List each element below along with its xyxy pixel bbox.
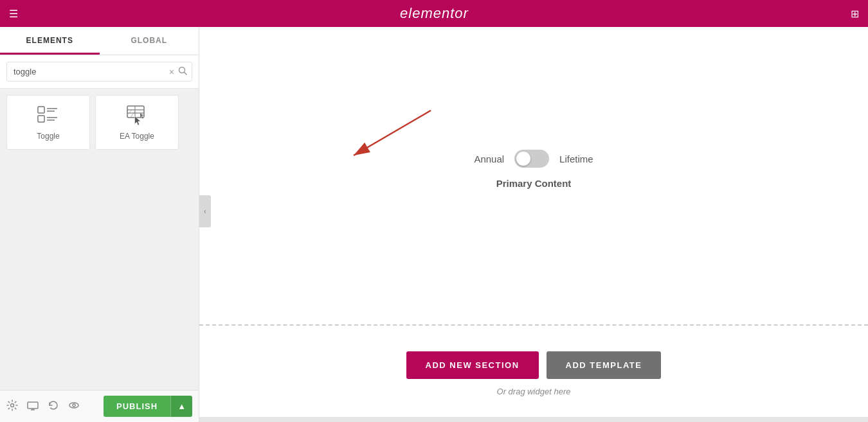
toggle-icon: [37, 104, 60, 127]
grid-icon[interactable]: ⊞: [851, 8, 859, 20]
bottom-scrollbar[interactable]: [199, 417, 868, 422]
svg-rect-2: [38, 107, 44, 113]
toggle-section: Annual Lifetime Primary Content: [199, 27, 868, 324]
responsive-icon[interactable]: [27, 400, 39, 414]
add-buttons-row: ADD NEW SECTION ADD TEMPLATE: [406, 351, 662, 379]
add-template-button[interactable]: ADD TEMPLATE: [547, 351, 662, 379]
add-section-area: ADD NEW SECTION ADD TEMPLATE Or drag wid…: [199, 326, 868, 422]
hamburger-icon[interactable]: ☰: [9, 8, 18, 20]
sidebar-empty-space: [0, 156, 199, 390]
elementor-logo: elementor: [400, 5, 469, 22]
collapse-handle[interactable]: ‹: [199, 195, 211, 227]
main-layout: ELEMENTS GLOBAL ×: [0, 27, 868, 422]
search-box: ×: [0, 55, 199, 89]
widget-toggle[interactable]: Toggle: [6, 95, 90, 150]
svg-point-21: [73, 404, 75, 407]
publish-button[interactable]: PUBLISH: [104, 396, 170, 417]
eye-icon[interactable]: [68, 400, 80, 414]
primary-content-label: Primary Content: [496, 178, 572, 189]
svg-point-16: [11, 403, 14, 407]
sidebar: ELEMENTS GLOBAL ×: [0, 27, 199, 422]
publish-dropdown-button[interactable]: ▲: [170, 396, 192, 417]
chevron-left-icon: ‹: [204, 207, 206, 216]
add-new-section-button[interactable]: ADD NEW SECTION: [406, 351, 539, 379]
drag-hint-text: Or drag widget here: [497, 387, 571, 396]
widgets-grid: Toggle: [0, 89, 199, 156]
svg-point-20: [69, 403, 78, 408]
svg-rect-5: [38, 116, 44, 122]
svg-rect-17: [28, 402, 38, 409]
canvas-area: Annual Lifetime Primary Content ADD NEW …: [199, 27, 868, 422]
toggle-label: Toggle: [37, 132, 59, 141]
settings-icon[interactable]: [6, 400, 18, 414]
bottom-left-icons: [6, 400, 80, 414]
toggle-row: Annual Lifetime: [474, 150, 593, 168]
sidebar-tabs: ELEMENTS GLOBAL: [0, 27, 199, 55]
search-icon[interactable]: [178, 66, 187, 77]
history-icon[interactable]: [48, 400, 59, 414]
toggle-switch[interactable]: [514, 150, 549, 168]
toggle-lifetime-label: Lifetime: [559, 154, 593, 164]
ea-toggle-icon: [125, 104, 149, 127]
toggle-annual-label: Annual: [474, 154, 504, 164]
publish-group: PUBLISH ▲: [104, 396, 192, 417]
svg-line-12: [127, 110, 132, 115]
ea-toggle-label: EA Toggle: [120, 132, 154, 141]
tab-elements[interactable]: ELEMENTS: [0, 27, 100, 55]
svg-line-1: [185, 73, 187, 75]
header-bar: ☰ elementor ⊞: [0, 0, 868, 27]
clear-icon[interactable]: ×: [169, 67, 174, 77]
search-input[interactable]: [6, 62, 192, 82]
bottom-toolbar: PUBLISH ▲: [0, 390, 199, 422]
tab-global[interactable]: GLOBAL: [100, 27, 199, 55]
widget-ea-toggle[interactable]: EA Toggle: [95, 95, 179, 150]
